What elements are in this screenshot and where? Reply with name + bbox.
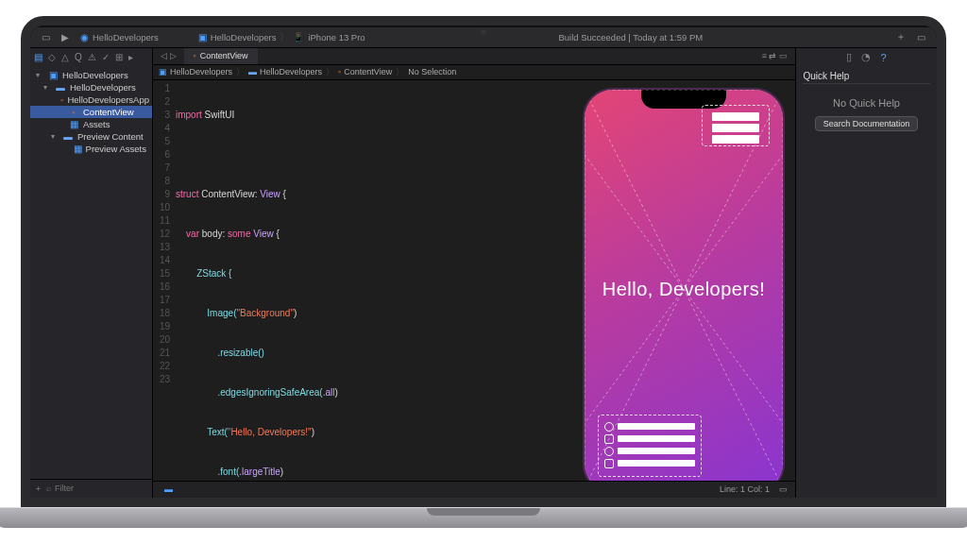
debug-navigator-icon[interactable]: ⊞ bbox=[115, 52, 123, 62]
editor-area: ◁ ▷ ◦ContentView ≡ ⇄ ▭ ▣HelloDevelopers〉… bbox=[153, 48, 795, 498]
navigator-toggle-button[interactable]: ▭ bbox=[36, 27, 56, 47]
run-button[interactable]: ▶ bbox=[56, 27, 75, 47]
code-lines[interactable]: import SwiftUI struct ContentView: View … bbox=[176, 82, 572, 481]
history-inspector-icon[interactable]: ◔ bbox=[861, 51, 871, 63]
tree-file-app[interactable]: ◦HelloDevelopersApp bbox=[30, 93, 152, 106]
build-status-label: Build Succeeded | Today at 1:59 PM bbox=[558, 32, 703, 42]
symbol-navigator-icon[interactable]: △ bbox=[61, 52, 69, 62]
preview-text-label: Hello, Developers! bbox=[602, 279, 765, 300]
source-control-icon[interactable]: ◇ bbox=[48, 52, 56, 62]
add-target-button[interactable]: ＋ bbox=[34, 483, 42, 495]
issue-navigator-icon[interactable]: ⚠ bbox=[88, 52, 96, 62]
editor-tab-bar: ◁ ▷ ◦ContentView ≡ ⇄ ▭ bbox=[153, 48, 795, 65]
add-button[interactable]: ＋ bbox=[891, 27, 911, 47]
navigator-filter-bar: ＋ ⌕ ◔ ▭ bbox=[30, 479, 152, 498]
navigator-tabs[interactable]: ▤ ◇ △ Q ⚠ ✓ ⊞ ▸ bbox=[30, 48, 152, 67]
preview-device-iphone: Hello, Developers! bbox=[583, 88, 785, 481]
editor-status-bar: ▬ Line: 1 Col: 1 ▭ bbox=[153, 481, 795, 498]
canvas-toggle-icon[interactable]: ▭ bbox=[779, 484, 788, 494]
laptop-camera bbox=[481, 29, 486, 35]
cursor-position-label: Line: 1 Col: 1 bbox=[720, 484, 770, 494]
inspector-tabs[interactable]: ▯ ◔ ? bbox=[846, 48, 886, 67]
no-quick-help-label: No Quick Help bbox=[833, 97, 900, 109]
file-inspector-icon[interactable]: ▯ bbox=[846, 51, 852, 63]
test-navigator-icon[interactable]: ✓ bbox=[102, 52, 110, 62]
navigator-panel: ▤ ◇ △ Q ⚠ ✓ ⊞ ▸ ▾▣HelloDevelopers ▾▬Hell… bbox=[30, 48, 153, 498]
search-documentation-button[interactable]: Search Documentation bbox=[815, 116, 919, 131]
filter-icon: ⌕ bbox=[46, 484, 51, 493]
editor-options-button[interactable]: ≡ ⇄ ▭ bbox=[755, 51, 795, 60]
inspector-section-title: Quick Help bbox=[803, 67, 929, 84]
scheme-target-label: HelloDevelopers bbox=[211, 32, 277, 42]
scheme-device-label: iPhone 13 Pro bbox=[308, 32, 365, 42]
inspector-panel: ▯ ◔ ? Quick Help No Quick Help Search Do… bbox=[795, 48, 937, 498]
line-gutter: 1234567891011121314151617181920212223 bbox=[153, 82, 176, 481]
library-button[interactable]: ▭ bbox=[911, 27, 931, 47]
quick-help-inspector-icon[interactable]: ? bbox=[880, 52, 886, 63]
tree-file-assets[interactable]: ▦Assets bbox=[30, 118, 152, 130]
tree-group[interactable]: ▾▬HelloDevelopers bbox=[30, 81, 152, 93]
preview-canvas[interactable]: Hello, Developers! bbox=[572, 80, 795, 481]
tree-preview-assets[interactable]: ▦Preview Assets bbox=[30, 143, 152, 155]
tree-project-root[interactable]: ▾▣HelloDevelopers bbox=[30, 69, 152, 81]
run-destination-selector[interactable]: ▣ HelloDevelopers 〉 📱 iPhone 13 Pro bbox=[193, 27, 371, 47]
project-tree: ▾▣HelloDevelopers ▾▬HelloDevelopers ◦Hel… bbox=[30, 67, 152, 479]
editor-tab-active[interactable]: ◦ContentView bbox=[184, 48, 258, 64]
safe-area-bottom-placeholder bbox=[598, 415, 702, 477]
safe-area-top-placeholder bbox=[702, 105, 770, 146]
breakpoint-navigator-icon[interactable]: ▸ bbox=[128, 52, 133, 62]
tree-preview-group[interactable]: ▾▬Preview Content bbox=[30, 130, 152, 143]
project-navigator-icon[interactable]: ▤ bbox=[34, 52, 42, 62]
tab-history-back[interactable]: ◁ ▷ bbox=[153, 51, 184, 60]
tree-file-contentview[interactable]: ◦ContentView bbox=[30, 106, 152, 118]
scheme-app-label: HelloDevelopers bbox=[93, 32, 159, 42]
find-navigator-icon[interactable]: Q bbox=[75, 52, 82, 62]
source-editor[interactable]: 1234567891011121314151617181920212223 im… bbox=[153, 80, 572, 481]
filter-input[interactable] bbox=[55, 484, 161, 493]
minimap-indicator-icon: ▬ bbox=[164, 484, 173, 494]
jump-bar[interactable]: ▣HelloDevelopers〉 ▬HelloDevelopers〉 ◦Con… bbox=[153, 65, 795, 80]
scheme-selector[interactable]: ◉ HelloDevelopers bbox=[75, 27, 164, 47]
